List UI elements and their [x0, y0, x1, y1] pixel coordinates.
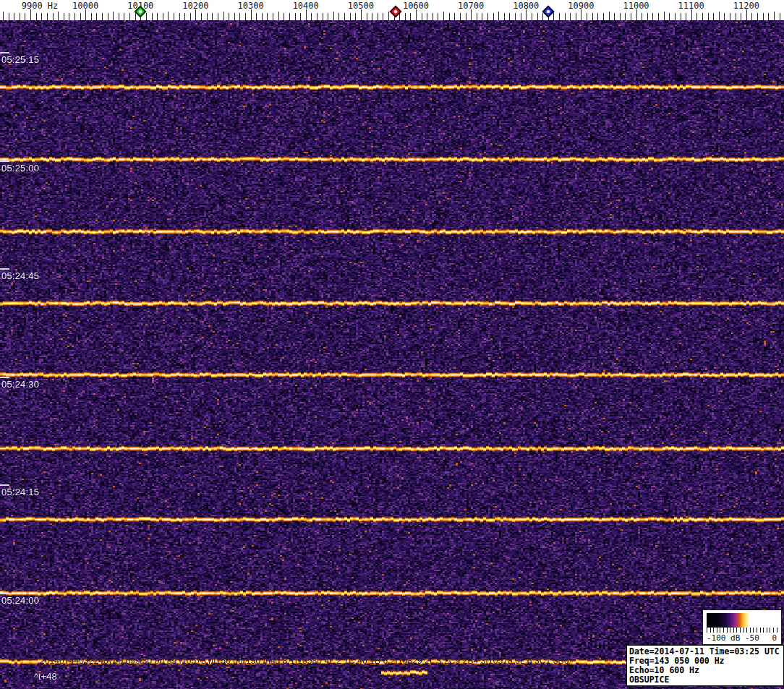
ruler-tick [36, 13, 37, 20]
ruler-tick [652, 13, 653, 20]
ruler-tick [768, 13, 769, 20]
ruler-tick [124, 13, 124, 20]
marker-center-dot [546, 9, 550, 14]
ruler-tick [736, 13, 736, 20]
ruler-tick [730, 13, 730, 20]
ruler-tick [300, 13, 301, 20]
ruler-tick [658, 13, 659, 20]
ruler-tick [184, 13, 185, 20]
ruler-tick [399, 13, 400, 20]
ruler-tick [311, 13, 312, 20]
blue-diamond-marker[interactable] [542, 6, 554, 18]
spectrogram-waterfall[interactable] [0, 20, 784, 689]
event-annotation-text: 20140744032248760 b9st30 pb 89 f10575 ht… [40, 656, 568, 666]
ruler-tick [355, 13, 356, 20]
time-tick [0, 268, 9, 270]
ruler-tick [597, 13, 598, 20]
ruler-tick [85, 9, 86, 20]
db-label-min: -100 dB [707, 633, 740, 643]
ruler-tick [289, 13, 290, 20]
ruler-label: 11000 [623, 1, 649, 11]
ruler-tick [317, 13, 318, 20]
ruler-tick [763, 13, 764, 20]
ruler-tick [378, 13, 378, 20]
ruler-tick [477, 13, 477, 20]
ruler-tick [620, 13, 621, 20]
ruler-tick [74, 13, 75, 20]
ruler-tick [625, 13, 626, 20]
ruler-tick [493, 13, 494, 20]
ruler-label: 10900 [568, 1, 594, 11]
ruler-tick [367, 13, 367, 20]
ruler-tick [234, 13, 235, 20]
ruler-tick [179, 13, 180, 20]
ruler-tick [576, 13, 576, 20]
ruler-label: 10500 [348, 1, 374, 11]
ruler-tick [295, 13, 296, 20]
ruler-tick [422, 13, 422, 20]
db-gradient-bar [707, 613, 777, 628]
ruler-tick [691, 9, 692, 20]
ruler-tick [427, 13, 427, 20]
frequency-ruler[interactable]: 9900 Hz100001010010200103001040010500106… [0, 0, 784, 20]
ruler-tick [636, 9, 637, 20]
ruler-tick [603, 13, 604, 20]
ruler-tick [410, 13, 411, 20]
ruler-tick [686, 13, 686, 20]
ruler-tick [323, 13, 323, 20]
ruler-tick [438, 13, 438, 20]
ruler-tick [284, 13, 284, 20]
ruler-tick [746, 9, 747, 20]
ruler-tick [542, 13, 543, 20]
ruler-tick [58, 12, 59, 20]
ruler-tick [487, 13, 488, 20]
ruler-tick [168, 12, 169, 20]
ruler-tick [251, 9, 252, 20]
ruler-tick [471, 9, 472, 20]
ruler-label: 11100 [678, 1, 704, 11]
ruler-tick [460, 13, 461, 20]
ruler-tick [581, 9, 581, 20]
ruler-tick [190, 13, 191, 20]
ruler-label: 10200 [182, 1, 208, 11]
ruler-tick [526, 9, 527, 20]
ruler-tick [20, 13, 20, 20]
db-label-max: 0 [772, 633, 777, 643]
ruler-tick [675, 13, 676, 20]
ruler-tick [163, 13, 163, 20]
ruler-tick [565, 13, 566, 20]
time-tick [0, 593, 9, 594]
ruler-tick [361, 9, 362, 20]
ruler-tick [719, 12, 720, 20]
db-color-scale-legend: -100 dB -50 0 [702, 609, 782, 645]
ruler-tick [278, 12, 279, 20]
ruler-tick [157, 13, 158, 20]
ruler-tick [119, 13, 119, 20]
ruler-tick [751, 13, 752, 20]
time-label: 05:24:45 [1, 270, 39, 281]
ruler-label: 11200 [733, 1, 759, 11]
ruler-tick [262, 13, 263, 20]
ruler-tick [609, 12, 610, 20]
ruler-tick [642, 13, 642, 20]
ruler-tick [306, 9, 307, 20]
ruler-label: 9900 Hz [22, 1, 59, 11]
ruler-tick [741, 13, 741, 20]
ruler-tick [344, 13, 345, 20]
ruler-tick [664, 12, 665, 20]
ruler-tick [201, 13, 202, 20]
ruler-tick [681, 13, 681, 20]
ruler-tick [532, 13, 532, 20]
ruler-tick [416, 9, 417, 20]
ruler-tick [559, 13, 560, 20]
ruler-tick [713, 13, 714, 20]
ruler-tick [223, 12, 224, 20]
ruler-tick [702, 13, 703, 20]
ruler-tick [405, 13, 406, 20]
ruler-tick [774, 12, 775, 20]
ruler-tick [174, 13, 174, 20]
ruler-tick [443, 12, 444, 20]
time-label: 05:24:00 [1, 595, 39, 606]
ruler-tick [113, 12, 114, 20]
ruler-tick [757, 13, 758, 20]
